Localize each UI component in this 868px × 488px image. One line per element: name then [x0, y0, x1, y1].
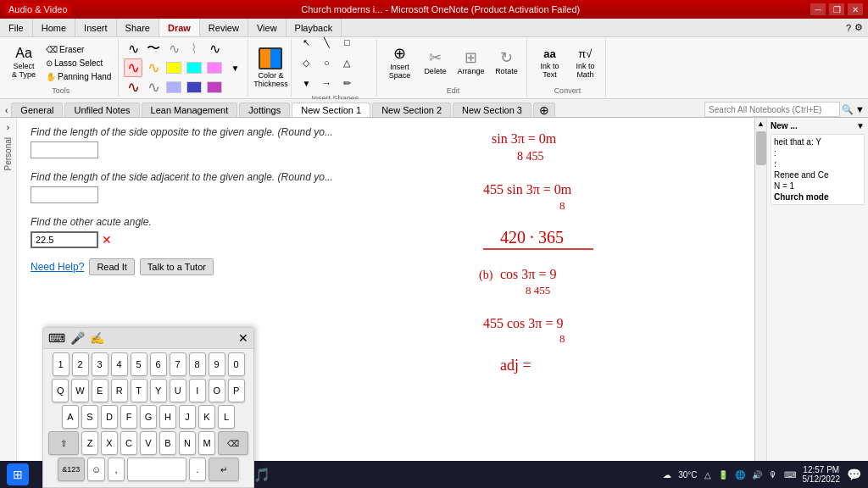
need-help-link[interactable]: Need Help? [31, 261, 84, 273]
keyboard-close-button[interactable]: ✕ [238, 331, 248, 345]
section-tab-unfiled[interactable]: Unfiled Notes [64, 103, 139, 117]
kb-shift-key[interactable]: ⇧ [48, 431, 79, 455]
kb-enter-key[interactable]: ↵ [209, 458, 239, 481]
settings-icon[interactable]: ⚙ [854, 22, 863, 33]
kb-key-2[interactable]: 2 [72, 352, 89, 376]
restore-button[interactable]: ❐ [829, 3, 844, 15]
kb-key-d[interactable]: D [101, 405, 118, 429]
tab-file[interactable]: File [0, 19, 33, 36]
kb-key-w[interactable]: W [71, 379, 88, 402]
kb-key-q[interactable]: Q [52, 379, 69, 402]
keyboard-handwrite-icon[interactable]: ✍ [90, 331, 104, 345]
search-input[interactable] [704, 102, 840, 117]
kb-symbols-key[interactable]: &123 [58, 458, 85, 481]
pen-more[interactable]: ▼ [225, 58, 244, 77]
search-dropdown-icon[interactable]: ▼ [855, 104, 865, 114]
kb-key-r[interactable]: R [111, 379, 128, 402]
kb-key-z[interactable]: Z [81, 431, 98, 455]
shape-cursor[interactable]: ↖ [297, 33, 315, 52]
section-tab-general[interactable]: General [11, 103, 63, 117]
pen-script[interactable]: ∿ [164, 39, 183, 58]
tab-home[interactable]: Home [33, 19, 75, 36]
insert-space-button[interactable]: ⊕ InsertSpace [382, 41, 416, 85]
kb-key-i[interactable]: I [189, 379, 206, 402]
kb-key-t[interactable]: T [131, 379, 147, 402]
tab-draw[interactable]: Draw [159, 19, 200, 36]
kb-key-8[interactable]: 8 [189, 352, 206, 376]
select-type-button[interactable]: Aa Select& Type [7, 41, 41, 85]
kb-key-k[interactable]: K [198, 405, 215, 429]
shape-rect[interactable]: □ [337, 33, 356, 52]
kb-backspace-key[interactable]: ⌫ [218, 431, 248, 455]
kb-key-9[interactable]: 9 [209, 352, 225, 376]
rotate-button[interactable]: ↻ Rotate [489, 41, 523, 85]
right-panel-item-6[interactable]: Church mode [774, 192, 861, 202]
read-it-button[interactable]: Read It [89, 258, 134, 275]
color-thickness-button[interactable]: Color &Thickness [253, 46, 287, 90]
right-panel-dropdown-icon[interactable]: ▼ [856, 121, 865, 130]
pen-black-thick[interactable]: 〜 [144, 39, 163, 58]
panning-hand-button[interactable]: ✋ Panning Hand [42, 70, 114, 83]
answer-box-1[interactable] [31, 141, 98, 158]
shape-triangle[interactable]: △ [337, 53, 356, 72]
tab-insert[interactable]: Insert [75, 19, 117, 36]
tab-share[interactable]: Share [117, 19, 159, 36]
ink-to-text-button[interactable]: aa Ink toText [532, 41, 566, 85]
kb-key-c[interactable]: C [120, 431, 137, 455]
ink-to-math-button[interactable]: π√ Ink toMath [568, 41, 602, 85]
kb-key-6[interactable]: 6 [150, 352, 167, 376]
tab-view[interactable]: View [248, 19, 287, 36]
kb-key-0[interactable]: 0 [228, 352, 245, 376]
keyboard-type-icon[interactable]: ⌨ [48, 331, 65, 345]
eraser-button[interactable]: ⌫ Eraser [42, 43, 114, 56]
kb-key-f[interactable]: F [120, 405, 137, 429]
pen-thin[interactable]: ∿ [205, 39, 224, 58]
talk-to-tutor-button[interactable]: Talk to a Tutor [140, 258, 214, 275]
arrange-button[interactable]: ⊞ Arrange [453, 41, 487, 85]
section-tab-new3[interactable]: New Section 3 [453, 103, 531, 117]
answer-box-2[interactable] [31, 186, 98, 203]
section-nav-left[interactable]: ‹ [3, 104, 9, 117]
lasso-select-button[interactable]: ⊙ Lasso Select [42, 57, 114, 69]
pen-pink[interactable] [205, 58, 224, 77]
shape-line[interactable]: ╲ [317, 33, 336, 52]
kb-period-key[interactable]: . [189, 458, 206, 481]
pen-cyan[interactable] [185, 58, 203, 77]
section-tab-lean[interactable]: Lean Management [142, 103, 238, 117]
kb-key-m[interactable]: M [198, 431, 215, 455]
kb-key-b[interactable]: B [159, 431, 176, 455]
keyboard-mic-icon[interactable]: 🎤 [70, 331, 85, 345]
kb-key-h[interactable]: H [159, 405, 176, 429]
kb-key-p[interactable]: P [228, 379, 245, 402]
kb-key-a[interactable]: A [62, 405, 79, 429]
pen-red2[interactable]: ∿ [124, 78, 142, 97]
shape-arrow[interactable]: → [317, 74, 336, 92]
kb-key-o[interactable]: O [209, 379, 225, 402]
taskbar-clock[interactable]: 12:57 PM 5/12/2022 [803, 465, 841, 484]
shape-circle[interactable]: ○ [317, 53, 336, 72]
shape-more[interactable]: ▼ [297, 74, 315, 92]
kb-key-g[interactable]: G [140, 405, 157, 429]
kb-key-3[interactable]: 3 [92, 352, 108, 376]
delete-button[interactable]: ✂ Delete [418, 41, 452, 85]
highlighter-blue[interactable] [205, 78, 224, 97]
kb-key-7[interactable]: 7 [170, 352, 186, 376]
highlighter-green[interactable] [185, 78, 203, 97]
kb-comma-key[interactable]: , [108, 458, 125, 481]
pen-black-wavy[interactable]: ∿ [124, 39, 142, 58]
search-icon[interactable]: 🔍 [842, 104, 854, 115]
sidebar-collapse-arrow[interactable]: › [5, 121, 11, 134]
section-tab-add[interactable]: ⊕ [533, 103, 555, 117]
kb-key-x[interactable]: X [101, 431, 118, 455]
kb-emoji-key[interactable]: ☺ [87, 458, 105, 481]
system-tray-arrow[interactable]: △ [704, 470, 711, 480]
kb-key-e[interactable]: E [92, 379, 108, 402]
kb-key-v[interactable]: V [140, 431, 157, 455]
kb-key-s[interactable]: S [81, 405, 98, 429]
scroll-up-arrow[interactable]: ▲ [755, 118, 767, 130]
shape-pen[interactable]: ✏ [337, 74, 356, 92]
kb-key-j[interactable]: J [179, 405, 196, 429]
close-button[interactable]: ✕ [848, 3, 863, 15]
start-button[interactable]: ⊞ [7, 463, 29, 485]
shape-diamond[interactable]: ◇ [297, 53, 315, 72]
